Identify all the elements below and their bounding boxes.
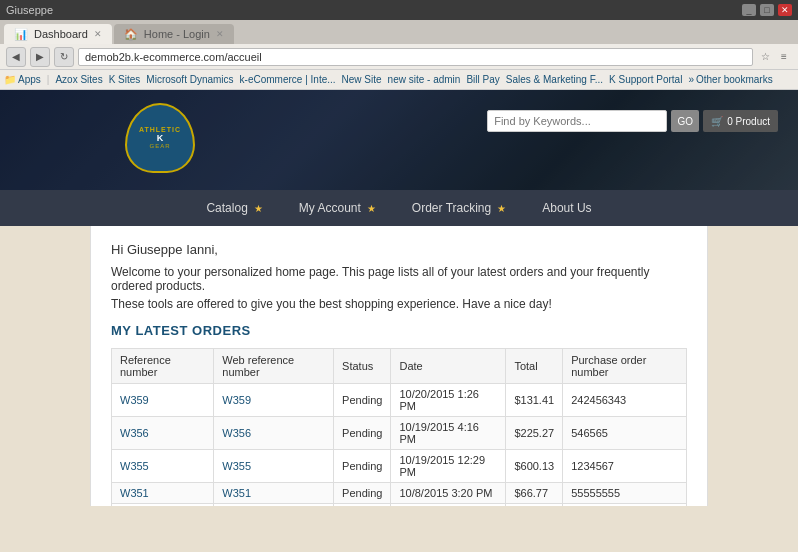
bookmark-icon[interactable]: ☆ xyxy=(757,49,773,65)
order-ref-link[interactable]: W355 xyxy=(120,460,149,472)
tab-login-label: Home - Login xyxy=(144,28,210,40)
bookmark-azox[interactable]: Azox Sites xyxy=(55,74,102,85)
tab-login-close[interactable]: ✕ xyxy=(216,29,224,39)
order-web-ref-link[interactable]: W356 xyxy=(222,427,251,439)
col-po: Purchase order number xyxy=(563,349,687,384)
refresh-button[interactable]: ↻ xyxy=(54,47,74,67)
col-total: Total xyxy=(506,349,563,384)
cell-total: $694.08 xyxy=(506,504,563,507)
latest-orders-title: MY LATEST ORDERS xyxy=(111,323,687,338)
cell-total: $131.41 xyxy=(506,384,563,417)
cell-date: 10/8/2015 9:46 AM xyxy=(391,504,506,507)
bookmark-apps[interactable]: 📁 Apps xyxy=(4,74,41,85)
cell-web-ref: W356 xyxy=(214,417,334,450)
nav-my-account-star: ★ xyxy=(367,203,376,214)
orders-table: Reference number Web reference number St… xyxy=(111,348,687,506)
nav-about-us[interactable]: About Us xyxy=(534,190,599,226)
logo-text-top: ATHLETIC xyxy=(139,126,181,133)
cell-status: Pending xyxy=(334,417,391,450)
cell-total: $225.27 xyxy=(506,417,563,450)
nav-order-tracking-star: ★ xyxy=(497,203,506,214)
nav-my-account[interactable]: My Account ★ xyxy=(291,190,384,226)
bookmark-bill-pay[interactable]: Bill Pay xyxy=(466,74,499,85)
greeting-text: Hi Giuseppe Ianni, xyxy=(111,242,687,257)
cell-status: Pending xyxy=(334,450,391,483)
cell-status: Pending xyxy=(334,384,391,417)
bookmark-new-site-admin[interactable]: new site - admin xyxy=(388,74,461,85)
col-ref: Reference number xyxy=(112,349,214,384)
cell-ref: W351 xyxy=(112,483,214,504)
nav-order-tracking[interactable]: Order Tracking ★ xyxy=(404,190,514,226)
cell-date: 10/19/2015 4:16 PM xyxy=(391,417,506,450)
nav-bar: ◀ ▶ ↻ demob2b.k-ecommerce.com/accueil ☆ … xyxy=(0,44,798,70)
cell-date: 10/20/2015 1:26 PM xyxy=(391,384,506,417)
order-ref-link[interactable]: W359 xyxy=(120,394,149,406)
cell-total: $66.77 xyxy=(506,483,563,504)
order-web-ref-link[interactable]: W355 xyxy=(222,460,251,472)
cell-date: 10/19/2015 12:29 PM xyxy=(391,450,506,483)
bookmark-other[interactable]: » Other bookmarks xyxy=(688,74,772,85)
welcome-text: Welcome to your personalized home page. … xyxy=(111,265,687,293)
close-button[interactable]: ✕ xyxy=(778,4,792,16)
tab-dashboard-close[interactable]: ✕ xyxy=(94,29,102,39)
cell-po: 55555555 xyxy=(563,483,687,504)
logo-text-sub: GEAR xyxy=(149,143,170,149)
forward-button[interactable]: ▶ xyxy=(30,47,50,67)
table-row: W359 W359 Pending 10/20/2015 1:26 PM $13… xyxy=(112,384,687,417)
col-date: Date xyxy=(391,349,506,384)
tab-dashboard[interactable]: 📊 Dashboard ✕ xyxy=(4,24,112,44)
bookmark-new-site[interactable]: New Site xyxy=(342,74,382,85)
bookmark-k-ecommerce[interactable]: k-eCommerce | Inte... xyxy=(240,74,336,85)
nav-catalog[interactable]: Catalog ★ xyxy=(198,190,270,226)
search-input[interactable] xyxy=(487,110,667,132)
nav-catalog-star: ★ xyxy=(254,203,263,214)
main-content: Hi Giuseppe Ianni, Welcome to your perso… xyxy=(90,226,708,506)
bookmark-k-sites[interactable]: K Sites xyxy=(109,74,141,85)
page-content: ATHLETIC K GEAR GO 🛒 0 Product Catalog ★… xyxy=(0,90,798,506)
cart-label: 0 Product xyxy=(727,116,770,127)
logo-text-main: K xyxy=(157,133,164,143)
cell-total: $600.13 xyxy=(506,450,563,483)
title-bar: Giuseppe _ □ ✕ xyxy=(0,0,798,20)
cell-date: 10/8/2015 3:20 PM xyxy=(391,483,506,504)
col-status: Status xyxy=(334,349,391,384)
settings-icon[interactable]: ≡ xyxy=(776,49,792,65)
cell-ref: W356 xyxy=(112,417,214,450)
nav-my-account-label: My Account xyxy=(299,201,361,215)
cell-po: 45435232 xyxy=(563,504,687,507)
tab-login-icon: 🏠 xyxy=(124,28,138,41)
order-web-ref-link[interactable]: W359 xyxy=(222,394,251,406)
nav-icons: ☆ ≡ xyxy=(757,49,792,65)
url-bar[interactable]: demob2b.k-ecommerce.com/accueil xyxy=(78,48,753,66)
table-row: W355 W355 Pending 10/19/2015 12:29 PM $6… xyxy=(112,450,687,483)
cell-web-ref: W355 xyxy=(214,450,334,483)
bookmark-sales-marketing[interactable]: Sales & Marketing F... xyxy=(506,74,603,85)
cell-po: 242456343 xyxy=(563,384,687,417)
tab-dashboard-icon: 📊 xyxy=(14,28,28,41)
maximize-button[interactable]: □ xyxy=(760,4,774,16)
order-ref-link[interactable]: W356 xyxy=(120,427,149,439)
cell-ref: W355 xyxy=(112,450,214,483)
search-button[interactable]: GO xyxy=(671,110,699,132)
minimize-button[interactable]: _ xyxy=(742,4,756,16)
order-web-ref-link[interactable]: W351 xyxy=(222,487,251,499)
cart-icon: 🛒 xyxy=(711,116,723,127)
tabs-bar: 📊 Dashboard ✕ 🏠 Home - Login ✕ xyxy=(0,20,798,44)
nav-catalog-label: Catalog xyxy=(206,201,247,215)
cell-web-ref: W349 xyxy=(214,504,334,507)
hero-banner: ATHLETIC K GEAR GO 🛒 0 Product xyxy=(0,90,798,190)
tab-login[interactable]: 🏠 Home - Login ✕ xyxy=(114,24,234,44)
table-row: W351 W351 Pending 10/8/2015 3:20 PM $66.… xyxy=(112,483,687,504)
bookmark-ms-dynamics[interactable]: Microsoft Dynamics xyxy=(146,74,233,85)
cart-button[interactable]: 🛒 0 Product xyxy=(703,110,778,132)
cell-status: Pending xyxy=(334,483,391,504)
order-ref-link[interactable]: W351 xyxy=(120,487,149,499)
logo-shield: ATHLETIC K GEAR xyxy=(125,103,195,173)
cell-web-ref: W351 xyxy=(214,483,334,504)
table-row: W349 W349 Pending 10/8/2015 9:46 AM $694… xyxy=(112,504,687,507)
back-button[interactable]: ◀ xyxy=(6,47,26,67)
bookmark-support[interactable]: K Support Portal xyxy=(609,74,682,85)
col-web-ref: Web reference number xyxy=(214,349,334,384)
cell-ref: W349 xyxy=(112,504,214,507)
cell-web-ref: W359 xyxy=(214,384,334,417)
